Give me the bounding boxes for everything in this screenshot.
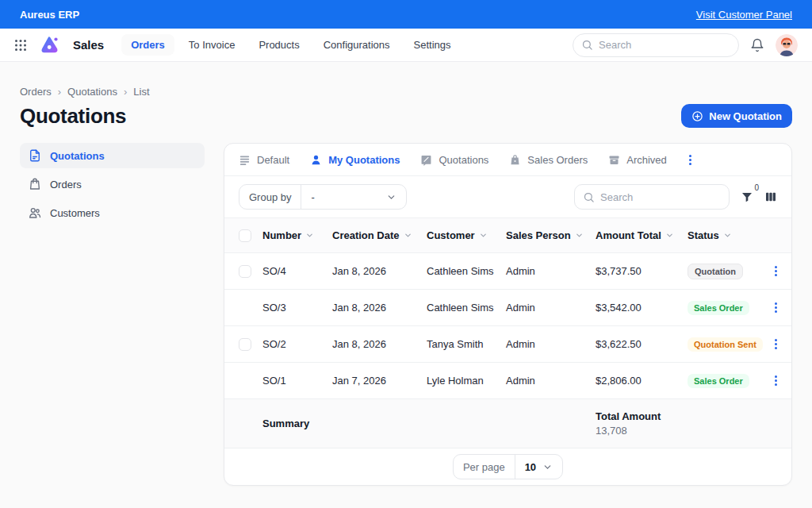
aureus-logo-icon[interactable]	[40, 35, 60, 56]
row-actions-kebab-icon[interactable]	[772, 375, 780, 386]
cell-number: SO/3	[262, 302, 332, 314]
column-header-status[interactable]: Status	[688, 229, 768, 241]
page-title: Quotations	[20, 104, 126, 129]
global-search[interactable]	[573, 33, 739, 57]
breadcrumb-orders[interactable]: Orders	[20, 86, 52, 98]
breadcrumb-quotations[interactable]: Quotations	[67, 86, 117, 98]
nav-item-to-invoice[interactable]: To Invoice	[179, 34, 245, 56]
filter-funnel-icon[interactable]: 0	[741, 190, 753, 203]
global-search-input[interactable]	[599, 39, 730, 51]
table-row[interactable]: SO/1 Jan 7, 2026 Lyle Holman Admin $2,80…	[224, 362, 791, 398]
chevron-right-icon: ›	[124, 86, 127, 98]
total-amount-label: Total Amount	[596, 410, 688, 422]
column-header-number[interactable]: Number	[262, 229, 332, 241]
row-checkbox[interactable]	[239, 338, 251, 351]
lines-icon	[239, 154, 251, 166]
nav-item-products[interactable]: Products	[249, 34, 308, 56]
apps-grid-icon[interactable]	[10, 34, 32, 56]
row-actions-kebab-icon[interactable]	[772, 302, 780, 313]
status-badge: Sales Order	[688, 301, 749, 315]
column-header-creation-date[interactable]: Creation Date	[332, 229, 427, 241]
chevron-down-icon	[386, 192, 396, 202]
cell-number: SO/1	[262, 375, 332, 387]
search-icon	[581, 39, 593, 51]
quotations-table-card: Default My Quotations Quotations Sales O…	[224, 143, 792, 486]
sidebar-item-label: Quotations	[50, 150, 105, 162]
tabs-kebab-icon[interactable]	[689, 155, 691, 165]
nav-item-settings[interactable]: Settings	[404, 34, 461, 56]
table-search[interactable]	[574, 184, 730, 210]
tab-my-quotations[interactable]: My Quotations	[310, 154, 400, 166]
chevron-right-icon: ›	[58, 86, 61, 98]
tab-default[interactable]: Default	[239, 154, 289, 166]
new-quotation-button[interactable]: New Quotation	[681, 104, 792, 128]
status-badge: Quotation Sent	[688, 337, 763, 352]
visit-customer-panel-link[interactable]: Visit Customer Panel	[696, 9, 792, 21]
tab-sales-orders[interactable]: Sales Orders	[509, 154, 588, 166]
table-row[interactable]: SO/2 Jan 8, 2026 Tanya Smith Admin $3,62…	[224, 325, 791, 362]
table-row[interactable]: SO/3 Jan 8, 2026 Cathleen Sims Admin $3,…	[224, 289, 791, 325]
table-search-input[interactable]	[600, 191, 721, 203]
tab-archived[interactable]: Archived	[608, 154, 667, 166]
nav-item-configurations[interactable]: Configurations	[314, 34, 400, 56]
sort-chevron-icon	[404, 231, 412, 240]
notifications-bell-icon[interactable]	[750, 38, 764, 52]
row-actions-kebab-icon[interactable]	[772, 266, 780, 276]
cell-amount-total: $3,622.50	[596, 338, 688, 350]
sidebar-item-orders[interactable]: Orders	[20, 171, 205, 197]
document-icon	[28, 148, 42, 163]
pagination-bar: Per page 10	[224, 448, 791, 485]
plus-circle-icon	[691, 110, 703, 122]
cell-amount-total: $3,542.00	[596, 302, 688, 314]
nav-item-orders[interactable]: Orders	[121, 34, 174, 56]
main-navbar: Sales Orders To Invoice Products Configu…	[0, 29, 812, 62]
summary-row: Summary Total Amount 13,708	[224, 398, 791, 448]
cell-customer: Tanya Smith	[427, 338, 506, 350]
sort-chevron-icon	[723, 231, 732, 240]
cell-sales-person: Admin	[506, 338, 596, 350]
cell-number: SO/2	[262, 338, 332, 350]
sort-chevron-icon	[665, 231, 674, 240]
app-name: Sales	[73, 38, 104, 52]
resource-sidebar: Quotations Orders Customers	[20, 143, 224, 486]
group-by-select[interactable]: Group by -	[239, 184, 407, 210]
group-by-value: -	[311, 191, 314, 203]
top-admin-bar: Aureus ERP Visit Customer Panel	[0, 0, 812, 29]
column-toggle-icon[interactable]	[764, 190, 777, 203]
cell-amount-total: $3,737.50	[596, 265, 688, 277]
filter-count-badge: 0	[754, 183, 759, 192]
sidebar-item-customers[interactable]: Customers	[20, 200, 205, 225]
tab-quotations[interactable]: Quotations	[420, 154, 488, 166]
row-checkbox[interactable]	[239, 265, 251, 278]
column-header-customer[interactable]: Customer	[427, 229, 506, 241]
cell-sales-person: Admin	[506, 265, 596, 277]
bag-filled-icon	[509, 154, 521, 166]
per-page-select[interactable]: Per page 10	[453, 454, 563, 479]
sidebar-item-label: Customers	[50, 207, 100, 219]
select-all-checkbox[interactable]	[239, 229, 251, 242]
cell-sales-person: Admin	[506, 302, 596, 314]
breadcrumb-list[interactable]: List	[133, 86, 149, 98]
sidebar-item-quotations[interactable]: Quotations	[20, 143, 205, 168]
archive-icon	[608, 154, 620, 166]
cell-customer: Cathleen Sims	[427, 265, 506, 277]
per-page-value: 10	[525, 461, 536, 473]
cell-sales-person: Admin	[506, 375, 596, 387]
table-row[interactable]: SO/4 Jan 8, 2026 Cathleen Sims Admin $3,…	[224, 252, 791, 289]
cell-number: SO/4	[262, 265, 332, 277]
column-header-sales-person[interactable]: Sales Person	[506, 229, 596, 241]
status-badge: Sales Order	[688, 374, 749, 388]
person-icon	[310, 154, 322, 166]
table-header-row: Number Creation Date Customer Sales Pers…	[224, 217, 791, 252]
search-icon	[583, 191, 595, 203]
cell-amount-total: $2,806.00	[596, 375, 688, 387]
column-header-amount-total[interactable]: Amount Total	[596, 229, 688, 241]
sort-chevron-icon	[305, 231, 314, 240]
cell-creation-date: Jan 7, 2026	[332, 375, 427, 387]
user-avatar[interactable]	[776, 34, 798, 56]
brand-name: Aureus ERP	[20, 9, 79, 21]
row-actions-kebab-icon[interactable]	[772, 339, 780, 349]
cell-customer: Lyle Holman	[427, 375, 506, 387]
users-icon	[28, 206, 42, 220]
total-amount-value: 13,708	[596, 425, 688, 437]
